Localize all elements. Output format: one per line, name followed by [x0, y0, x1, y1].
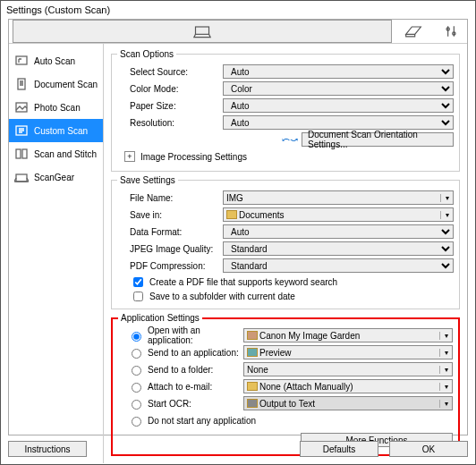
data-format-dropdown[interactable]: Auto	[223, 224, 454, 239]
do-not-start-radio[interactable]	[132, 417, 141, 427]
svg-rect-4	[18, 79, 25, 89]
start-ocr-label: Start OCR:	[148, 399, 191, 409]
document-scan-icon	[14, 77, 29, 91]
svg-rect-0	[196, 27, 209, 34]
resolution-label: Resolution:	[117, 118, 223, 128]
send-to-folder-dropdown[interactable]: None▾	[243, 362, 453, 376]
sidebar-item-label: Auto Scan	[34, 56, 75, 66]
auto-scan-icon	[14, 54, 29, 68]
sidebar-item-custom-scan[interactable]: Custom Scan	[9, 119, 103, 142]
paper-size-label: Paper Size:	[117, 101, 223, 111]
save-settings-group: Save Settings File Name: IMG▾ Save in: D…	[111, 175, 460, 309]
swap-icon[interactable]: ⤺⤻	[282, 134, 298, 146]
image-processing-label: Image Processing Settings	[140, 152, 247, 162]
send-to-app-radio[interactable]	[132, 349, 141, 359]
tool-flatbed-icon[interactable]	[397, 20, 429, 43]
data-format-label: Data Format:	[117, 227, 223, 237]
sidebar-item-label: Custom Scan	[34, 126, 88, 136]
file-name-field[interactable]: IMG▾	[223, 190, 454, 205]
color-mode-label: Color Mode:	[117, 84, 223, 94]
sidebar-item-auto-scan[interactable]: Auto Scan	[9, 49, 103, 72]
subfolder-date-checkbox[interactable]	[133, 292, 143, 301]
color-mode-dropdown[interactable]: Color	[223, 81, 454, 96]
send-to-folder-radio[interactable]	[132, 366, 141, 376]
sidebar: Auto Scan Document Scan Photo Scan Custo…	[9, 44, 104, 463]
start-ocr-dropdown[interactable]: Output to Text▾	[243, 396, 453, 410]
save-in-dropdown[interactable]: Documents▾	[223, 207, 454, 222]
orientation-settings-button[interactable]: Document Scan Orientation Settings...	[302, 132, 454, 147]
sidebar-item-label: ScanGear	[34, 173, 74, 182]
select-source-dropdown[interactable]: Auto	[223, 64, 454, 79]
save-in-label: Save in:	[117, 210, 223, 220]
keyword-search-checkbox[interactable]	[133, 277, 143, 287]
svg-rect-9	[16, 174, 27, 182]
open-with-app-label: Open with an application:	[148, 326, 243, 345]
sidebar-item-scangear[interactable]: ScanGear	[9, 165, 103, 189]
svg-rect-7	[16, 149, 21, 158]
preview-icon	[247, 348, 258, 357]
folder-icon	[226, 210, 237, 219]
instructions-button[interactable]: Instructions	[8, 441, 87, 457]
svg-rect-8	[22, 149, 27, 158]
defaults-button[interactable]: Defaults	[300, 441, 378, 457]
file-name-label: File Name:	[117, 193, 223, 203]
top-toolbar	[9, 20, 467, 44]
scan-options-group: Scan Options Select Source: Auto Color M…	[111, 49, 460, 172]
window-title: Settings (Custom Scan)	[1, 1, 475, 19]
attach-email-dropdown[interactable]: None (Attach Manually)▾	[243, 379, 453, 393]
scangear-icon	[14, 170, 29, 184]
sidebar-item-scan-stitch[interactable]: Scan and Stitch	[9, 142, 103, 165]
subfolder-date-label: Save to a subfolder with current date	[149, 292, 295, 301]
scan-stitch-icon	[14, 147, 29, 161]
select-source-label: Select Source:	[117, 67, 223, 77]
sidebar-item-label: Scan and Stitch	[34, 149, 97, 159]
expand-image-processing-button[interactable]: +	[124, 151, 135, 162]
pdf-compression-label: PDF Compression:	[117, 261, 223, 271]
save-settings-legend: Save Settings	[117, 175, 178, 185]
paper-size-dropdown[interactable]: Auto	[223, 98, 454, 113]
open-with-app-dropdown[interactable]: Canon My Image Garden▾	[243, 328, 453, 342]
sidebar-item-label: Document Scan	[34, 80, 98, 89]
attach-email-radio[interactable]	[132, 383, 141, 393]
application-settings-group: Application Settings Open with an applic…	[111, 313, 460, 456]
tool-settings-icon[interactable]	[435, 20, 467, 43]
footer: Instructions Defaults OK	[8, 441, 468, 459]
do-not-start-label: Do not start any application	[148, 416, 256, 426]
open-with-app-radio[interactable]	[132, 332, 141, 342]
app-icon	[247, 331, 258, 340]
pdf-compression-dropdown[interactable]: Standard	[223, 258, 454, 273]
start-ocr-radio[interactable]	[132, 400, 141, 410]
keyword-search-label: Create a PDF file that supports keyword …	[149, 277, 337, 287]
resolution-dropdown[interactable]: Auto	[223, 115, 454, 130]
custom-scan-icon	[14, 123, 29, 138]
mail-icon	[247, 382, 258, 391]
send-to-app-dropdown[interactable]: Preview▾	[243, 345, 453, 359]
sidebar-item-label: Photo Scan	[34, 103, 81, 113]
main-panel: Auto Scan Document Scan Photo Scan Custo…	[8, 19, 468, 435]
jpeg-quality-dropdown[interactable]: Standard	[223, 241, 454, 256]
send-to-folder-label: Send to a folder:	[148, 365, 213, 375]
scan-options-legend: Scan Options	[117, 49, 176, 59]
ok-button[interactable]: OK	[389, 441, 468, 457]
settings-main: Scan Options Select Source: Auto Color M…	[104, 44, 467, 463]
attach-email-label: Attach to e-mail:	[148, 382, 212, 392]
svg-rect-3	[16, 56, 27, 64]
application-settings-legend: Application Settings	[118, 313, 202, 323]
tool-scanner-icon[interactable]	[13, 20, 392, 43]
photo-scan-icon	[14, 100, 29, 114]
sidebar-item-photo-scan[interactable]: Photo Scan	[9, 96, 103, 119]
ocr-icon	[247, 399, 258, 408]
sidebar-item-document-scan[interactable]: Document Scan	[9, 72, 103, 96]
send-to-app-label: Send to an application:	[148, 348, 239, 358]
jpeg-quality-label: JPEG Image Quality:	[117, 244, 223, 254]
